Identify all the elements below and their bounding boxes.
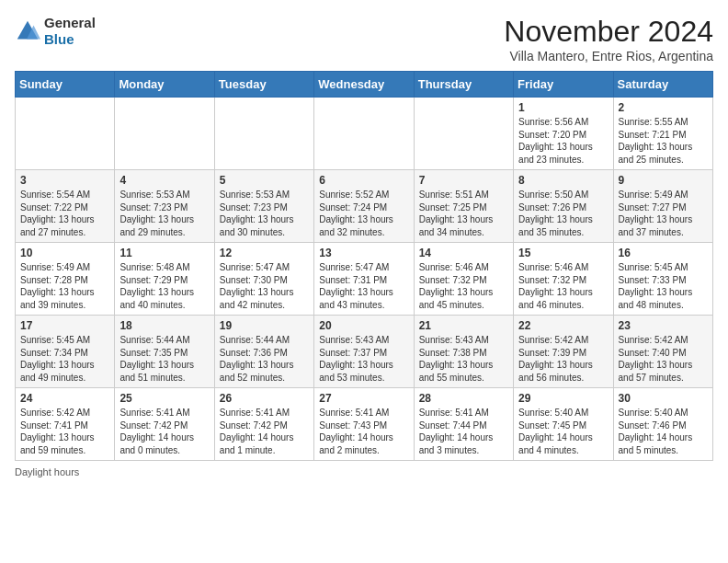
day-number: 29	[518, 392, 608, 405]
day-info: Sunrise: 5:46 AM Sunset: 7:32 PM Dayligh…	[518, 261, 608, 311]
logo-line1: General	[44, 15, 96, 31]
day-number: 5	[220, 174, 309, 187]
calendar-cell	[314, 98, 414, 170]
calendar-cell: 11Sunrise: 5:48 AM Sunset: 7:29 PM Dayli…	[115, 243, 214, 316]
calendar-day-header: Wednesday	[314, 72, 414, 98]
calendar-day-header: Monday	[115, 72, 214, 98]
calendar-cell: 3Sunrise: 5:54 AM Sunset: 7:22 PM Daylig…	[16, 170, 115, 243]
day-info: Sunrise: 5:49 AM Sunset: 7:27 PM Dayligh…	[619, 189, 708, 238]
day-info: Sunrise: 5:42 AM Sunset: 7:40 PM Dayligh…	[619, 334, 708, 384]
day-info: Sunrise: 5:44 AM Sunset: 7:36 PM Dayligh…	[220, 334, 309, 384]
day-info: Sunrise: 5:42 AM Sunset: 7:41 PM Dayligh…	[20, 407, 109, 456]
day-number: 11	[119, 247, 209, 259]
calendar-cell: 12Sunrise: 5:47 AM Sunset: 7:30 PM Dayli…	[214, 243, 313, 316]
day-number: 6	[319, 174, 408, 187]
day-info: Sunrise: 5:53 AM Sunset: 7:23 PM Dayligh…	[119, 189, 209, 238]
day-number: 3	[20, 174, 109, 187]
day-number: 8	[518, 174, 608, 187]
day-info: Sunrise: 5:44 AM Sunset: 7:35 PM Dayligh…	[119, 334, 209, 384]
calendar-cell: 14Sunrise: 5:46 AM Sunset: 7:32 PM Dayli…	[414, 243, 513, 316]
day-number: 25	[119, 392, 209, 405]
day-info: Sunrise: 5:41 AM Sunset: 7:43 PM Dayligh…	[319, 407, 408, 456]
day-info: Sunrise: 5:47 AM Sunset: 7:30 PM Dayligh…	[220, 261, 309, 311]
day-number: 27	[319, 392, 408, 405]
calendar-day-header: Tuesday	[214, 72, 313, 98]
day-number: 23	[619, 319, 708, 332]
calendar-cell	[16, 98, 115, 170]
day-number: 2	[619, 101, 708, 114]
day-info: Sunrise: 5:55 AM Sunset: 7:21 PM Dayligh…	[619, 116, 708, 166]
calendar-cell: 15Sunrise: 5:46 AM Sunset: 7:32 PM Dayli…	[514, 243, 613, 316]
subtitle: Villa Mantero, Entre Rios, Argentina	[504, 49, 713, 63]
day-number: 17	[20, 319, 109, 332]
day-number: 19	[220, 319, 309, 332]
day-info: Sunrise: 5:40 AM Sunset: 7:45 PM Dayligh…	[518, 407, 608, 456]
day-info: Sunrise: 5:47 AM Sunset: 7:31 PM Dayligh…	[319, 261, 408, 311]
day-info: Sunrise: 5:48 AM Sunset: 7:29 PM Dayligh…	[119, 261, 209, 311]
calendar-cell: 7Sunrise: 5:51 AM Sunset: 7:25 PM Daylig…	[414, 170, 513, 243]
day-info: Sunrise: 5:42 AM Sunset: 7:39 PM Dayligh…	[518, 334, 608, 384]
day-info: Sunrise: 5:40 AM Sunset: 7:46 PM Dayligh…	[619, 407, 708, 456]
day-info: Sunrise: 5:46 AM Sunset: 7:32 PM Dayligh…	[419, 261, 508, 311]
calendar-cell: 8Sunrise: 5:50 AM Sunset: 7:26 PM Daylig…	[514, 170, 613, 243]
day-info: Sunrise: 5:49 AM Sunset: 7:28 PM Dayligh…	[20, 261, 109, 311]
day-info: Sunrise: 5:56 AM Sunset: 7:20 PM Dayligh…	[518, 116, 608, 166]
calendar-cell: 13Sunrise: 5:47 AM Sunset: 7:31 PM Dayli…	[314, 243, 414, 316]
day-number: 10	[20, 247, 109, 259]
calendar-cell: 17Sunrise: 5:45 AM Sunset: 7:34 PM Dayli…	[16, 316, 115, 388]
logo: General Blue	[15, 15, 96, 48]
calendar-table: SundayMondayTuesdayWednesdayThursdayFrid…	[15, 71, 713, 461]
calendar-cell: 10Sunrise: 5:49 AM Sunset: 7:28 PM Dayli…	[16, 243, 115, 316]
day-number: 9	[619, 174, 708, 187]
calendar-week-row: 3Sunrise: 5:54 AM Sunset: 7:22 PM Daylig…	[16, 170, 713, 243]
calendar-cell: 24Sunrise: 5:42 AM Sunset: 7:41 PM Dayli…	[16, 388, 115, 461]
footer-note: Daylight hours	[15, 466, 713, 477]
logo-line2: Blue	[44, 31, 96, 48]
main-title: November 2024	[504, 15, 713, 49]
day-number: 22	[518, 319, 608, 332]
calendar-week-row: 24Sunrise: 5:42 AM Sunset: 7:41 PM Dayli…	[16, 388, 713, 461]
calendar-cell: 18Sunrise: 5:44 AM Sunset: 7:35 PM Dayli…	[115, 316, 214, 388]
day-info: Sunrise: 5:43 AM Sunset: 7:37 PM Dayligh…	[319, 334, 408, 384]
calendar-week-row: 1Sunrise: 5:56 AM Sunset: 7:20 PM Daylig…	[16, 98, 713, 170]
calendar-cell	[214, 98, 313, 170]
day-info: Sunrise: 5:41 AM Sunset: 7:44 PM Dayligh…	[419, 407, 508, 456]
day-number: 14	[419, 247, 508, 259]
calendar-cell: 16Sunrise: 5:45 AM Sunset: 7:33 PM Dayli…	[613, 243, 712, 316]
calendar-cell: 23Sunrise: 5:42 AM Sunset: 7:40 PM Dayli…	[613, 316, 712, 388]
day-number: 15	[518, 247, 608, 259]
calendar-day-header: Sunday	[16, 72, 115, 98]
day-number: 30	[619, 392, 708, 405]
calendar-cell: 28Sunrise: 5:41 AM Sunset: 7:44 PM Dayli…	[414, 388, 513, 461]
day-number: 20	[319, 319, 408, 332]
calendar-cell: 2Sunrise: 5:55 AM Sunset: 7:21 PM Daylig…	[613, 98, 712, 170]
day-number: 7	[419, 174, 508, 187]
day-number: 12	[220, 247, 309, 259]
day-info: Sunrise: 5:51 AM Sunset: 7:25 PM Dayligh…	[419, 189, 508, 238]
page-header: General Blue November 2024 Villa Mantero…	[15, 15, 713, 63]
calendar-cell: 20Sunrise: 5:43 AM Sunset: 7:37 PM Dayli…	[314, 316, 414, 388]
calendar-cell: 1Sunrise: 5:56 AM Sunset: 7:20 PM Daylig…	[514, 98, 613, 170]
calendar-cell: 27Sunrise: 5:41 AM Sunset: 7:43 PM Dayli…	[314, 388, 414, 461]
day-number: 28	[419, 392, 508, 405]
calendar-week-row: 10Sunrise: 5:49 AM Sunset: 7:28 PM Dayli…	[16, 243, 713, 316]
calendar-cell: 25Sunrise: 5:41 AM Sunset: 7:42 PM Dayli…	[115, 388, 214, 461]
day-info: Sunrise: 5:43 AM Sunset: 7:38 PM Dayligh…	[419, 334, 508, 384]
calendar-week-row: 17Sunrise: 5:45 AM Sunset: 7:34 PM Dayli…	[16, 316, 713, 388]
calendar-cell: 4Sunrise: 5:53 AM Sunset: 7:23 PM Daylig…	[115, 170, 214, 243]
calendar-cell: 21Sunrise: 5:43 AM Sunset: 7:38 PM Dayli…	[414, 316, 513, 388]
day-info: Sunrise: 5:45 AM Sunset: 7:33 PM Dayligh…	[619, 261, 708, 311]
calendar-cell: 26Sunrise: 5:41 AM Sunset: 7:42 PM Dayli…	[214, 388, 313, 461]
calendar-day-header: Saturday	[613, 72, 712, 98]
day-number: 24	[20, 392, 109, 405]
calendar-day-header: Thursday	[414, 72, 513, 98]
day-number: 4	[119, 174, 209, 187]
title-area: November 2024 Villa Mantero, Entre Rios,…	[504, 15, 713, 63]
day-info: Sunrise: 5:41 AM Sunset: 7:42 PM Dayligh…	[220, 407, 309, 456]
calendar-cell: 6Sunrise: 5:52 AM Sunset: 7:24 PM Daylig…	[314, 170, 414, 243]
day-number: 26	[220, 392, 309, 405]
day-info: Sunrise: 5:50 AM Sunset: 7:26 PM Dayligh…	[518, 189, 608, 238]
calendar-cell	[414, 98, 513, 170]
calendar-cell	[115, 98, 214, 170]
calendar-header-row: SundayMondayTuesdayWednesdayThursdayFrid…	[16, 72, 713, 98]
